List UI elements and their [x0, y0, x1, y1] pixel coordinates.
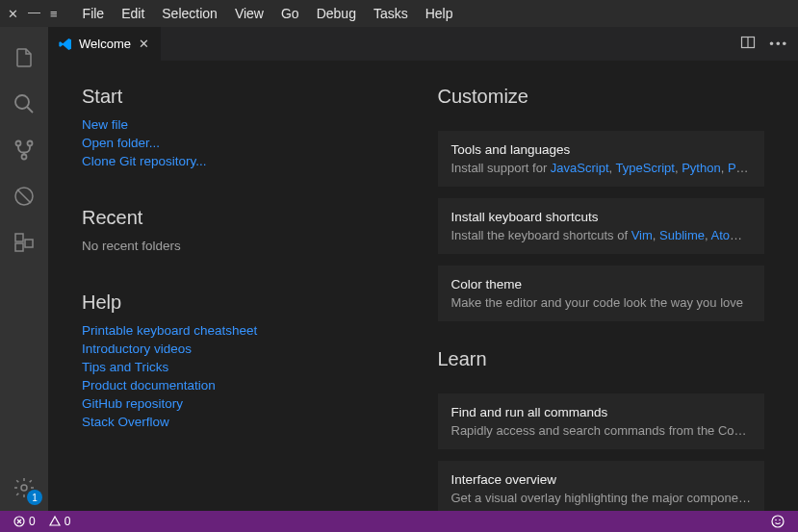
menu-view[interactable]: View	[227, 4, 271, 23]
customize-card[interactable]: Tools and languagesInstall support for J…	[438, 131, 765, 187]
card-link[interactable]: PHP	[728, 161, 751, 175]
card-description: Make the editor and your code look the w…	[451, 295, 752, 310]
card-description: Get a visual overlay highlighting the ma…	[451, 491, 752, 505]
help-section: Help Printable keyboard cheatsheetIntrod…	[82, 291, 409, 429]
start-section: Start New fileOpen folder...Clone Git re…	[82, 86, 409, 168]
window-menu-icon[interactable]: ≡	[50, 7, 58, 21]
card-link[interactable]: Python	[682, 161, 720, 175]
search-icon[interactable]	[0, 81, 48, 127]
card-link[interactable]: Atom	[711, 228, 743, 242]
svg-point-3	[28, 141, 33, 146]
tab-welcome[interactable]: Welcome ✕	[48, 27, 161, 61]
svg-point-10	[21, 485, 27, 491]
explorer-icon[interactable]	[0, 35, 48, 81]
vscode-icon	[58, 37, 73, 52]
card-link[interactable]: Vim	[631, 228, 653, 242]
extensions-icon[interactable]	[0, 219, 48, 266]
card-title: Interface overview	[451, 472, 752, 487]
warning-count: 0	[64, 515, 71, 528]
help-heading: Help	[82, 291, 409, 314]
card-title: Color theme	[451, 277, 752, 291]
learn-heading: Learn	[438, 348, 765, 370]
close-icon[interactable]: ✕	[137, 35, 151, 53]
svg-rect-8	[15, 243, 23, 251]
status-warnings[interactable]: 0	[45, 515, 75, 528]
workbench: 1 Welcome ✕ ••• Start	[0, 27, 798, 511]
svg-point-4	[22, 155, 27, 160]
svg-point-0	[15, 95, 29, 109]
tab-title: Welcome	[79, 37, 131, 51]
learn-card[interactable]: Interface overviewGet a visual overlay h…	[438, 461, 765, 511]
svg-line-1	[27, 107, 33, 113]
svg-point-16	[772, 516, 784, 527]
status-errors[interactable]: 0	[10, 515, 39, 528]
customize-card[interactable]: Install keyboard shortcutsInstall the ke…	[438, 198, 765, 254]
card-description: Install the keyboard shortcuts of Vim, S…	[451, 228, 752, 242]
help-link[interactable]: Product documentation	[82, 378, 409, 393]
start-link[interactable]: Open folder...	[82, 136, 409, 150]
help-link[interactable]: GitHub repository	[82, 396, 409, 411]
gear-icon[interactable]: 1	[0, 465, 48, 511]
svg-line-6	[17, 190, 31, 203]
recent-empty-text: No recent folders	[82, 239, 409, 253]
status-bar: 0 0	[0, 511, 798, 532]
editor-area: Welcome ✕ ••• Start New fileOpen folder.…	[48, 27, 798, 511]
card-title: Tools and languages	[451, 142, 752, 157]
settings-badge: 1	[27, 490, 42, 505]
smiley-icon	[771, 515, 785, 528]
start-link[interactable]: New file	[82, 117, 409, 132]
status-feedback[interactable]	[767, 515, 788, 528]
help-link[interactable]: Stack Overflow	[82, 415, 409, 429]
recent-heading: Recent	[82, 207, 409, 229]
menubar: FileEditSelectionViewGoDebugTasksHelp	[75, 4, 461, 23]
menu-go[interactable]: Go	[273, 4, 307, 23]
more-actions-icon[interactable]: •••	[769, 37, 788, 51]
svg-point-17	[775, 519, 777, 521]
menu-help[interactable]: Help	[418, 4, 461, 23]
menu-tasks[interactable]: Tasks	[366, 4, 416, 23]
recent-section: Recent No recent folders	[82, 207, 409, 253]
tab-bar: Welcome ✕ •••	[48, 27, 798, 61]
menu-file[interactable]: File	[75, 4, 113, 23]
debug-icon[interactable]	[0, 173, 48, 219]
card-title: Find and run all commands	[451, 405, 752, 419]
editor-actions: •••	[731, 27, 798, 61]
customize-section: Customize Tools and languagesInstall sup…	[438, 86, 765, 321]
menu-edit[interactable]: Edit	[114, 4, 152, 23]
learn-section: Learn Find and run all commandsRapidly a…	[438, 348, 765, 511]
menu-selection[interactable]: Selection	[154, 4, 225, 23]
card-link[interactable]: Sublime	[659, 228, 705, 242]
help-link[interactable]: Printable keyboard cheatsheet	[82, 323, 409, 338]
card-link[interactable]: TypeScript	[616, 161, 675, 175]
svg-rect-9	[25, 240, 33, 247]
card-description: Rapidly access and search commands from …	[451, 423, 752, 438]
error-count: 0	[29, 515, 36, 528]
card-title: Install keyboard shortcuts	[451, 210, 752, 224]
welcome-left-column: Start New fileOpen folder...Clone Git re…	[82, 78, 409, 494]
activity-bar: 1	[0, 27, 48, 511]
card-link[interactable]: JavaScript	[551, 161, 609, 175]
help-link[interactable]: Introductory videos	[82, 342, 409, 356]
window-close-icon[interactable]: ✕	[8, 7, 18, 21]
source-control-icon[interactable]	[0, 127, 48, 173]
svg-point-2	[16, 141, 21, 146]
window-controls: ✕ — ≡	[8, 7, 58, 21]
window-minimize-icon[interactable]: —	[28, 5, 40, 19]
welcome-page: Start New fileOpen folder...Clone Git re…	[48, 61, 798, 511]
learn-card[interactable]: Find and run all commandsRapidly access …	[438, 393, 765, 449]
menu-debug[interactable]: Debug	[309, 4, 364, 23]
split-editor-icon[interactable]	[740, 35, 756, 53]
start-heading: Start	[82, 86, 409, 108]
warning-icon	[49, 516, 61, 527]
customize-heading: Customize	[438, 86, 765, 108]
error-icon	[13, 516, 25, 527]
svg-point-18	[779, 519, 781, 521]
help-link[interactable]: Tips and Tricks	[82, 360, 409, 374]
customize-card[interactable]: Color themeMake the editor and your code…	[438, 266, 765, 321]
titlebar: ✕ — ≡ FileEditSelectionViewGoDebugTasksH…	[0, 0, 798, 27]
welcome-right-column: Customize Tools and languagesInstall sup…	[438, 78, 765, 494]
start-link[interactable]: Clone Git repository...	[82, 154, 409, 168]
card-description: Install support for JavaScript, TypeScri…	[451, 161, 752, 175]
svg-rect-7	[15, 234, 23, 241]
